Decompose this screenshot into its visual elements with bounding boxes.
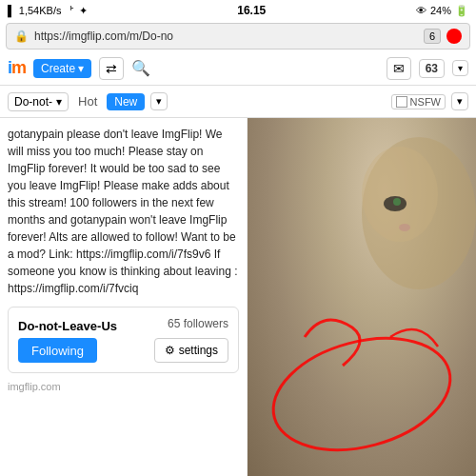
sort-dropdown-arrow: ▾ bbox=[156, 95, 162, 108]
time-display: 16.15 bbox=[237, 4, 266, 17]
logo: im bbox=[8, 58, 26, 78]
url-text: https://imgflip.com/m/Do-no bbox=[34, 30, 418, 43]
create-button[interactable]: Create ▾ bbox=[33, 59, 91, 78]
settings-label: settings bbox=[179, 344, 218, 357]
nsfw-filter[interactable]: NSFW bbox=[391, 94, 446, 109]
main-content: gotanypain please don't leave ImgFlip! W… bbox=[0, 118, 476, 476]
annotation-overlay bbox=[248, 118, 476, 476]
create-label: Create bbox=[41, 62, 75, 75]
stream-name: Do-not- bbox=[14, 95, 52, 109]
status-bar: ▌ 1,54KB/s ᅡ ✦ 16.15 👁 24% 🔋 bbox=[0, 0, 476, 21]
right-panel bbox=[248, 118, 476, 476]
svg-point-3 bbox=[393, 198, 401, 206]
wifi-icon: ✦ bbox=[79, 5, 88, 17]
sort-dropdown[interactable]: ▾ bbox=[150, 92, 168, 110]
mail-button[interactable]: ✉ bbox=[387, 57, 411, 80]
logo-m: m bbox=[11, 58, 26, 77]
eye-icon: 👁 bbox=[416, 5, 426, 16]
svg-point-2 bbox=[384, 196, 407, 211]
status-left: ▌ 1,54KB/s ᅡ ✦ bbox=[8, 5, 88, 17]
imgflip-footer: imgflip.com bbox=[8, 381, 239, 392]
settings-gear-icon: ⚙ bbox=[165, 344, 175, 357]
left-panel: gotanypain please don't leave ImgFlip! W… bbox=[0, 118, 248, 476]
status-right: 👁 24% 🔋 bbox=[416, 5, 468, 17]
tab-count[interactable]: 6 bbox=[424, 29, 441, 44]
followers-count: 65 followers bbox=[168, 317, 228, 330]
post-text: gotanypain please don't leave ImgFlip! W… bbox=[8, 126, 239, 297]
nav-dropdown-button[interactable]: ▾ bbox=[452, 60, 468, 76]
hot-button[interactable]: Hot bbox=[74, 92, 101, 110]
top-nav: im Create ▾ ⇄ 🔍 ✉ 63 ▾ bbox=[0, 51, 476, 86]
nsfw-dropdown[interactable]: ▾ bbox=[451, 92, 468, 110]
shuffle-button[interactable]: ⇄ bbox=[99, 57, 124, 80]
signal-text: 1,54KB/s ᅡ bbox=[19, 5, 75, 16]
svg-point-1 bbox=[362, 147, 438, 242]
following-button[interactable]: Following bbox=[18, 338, 97, 363]
nsfw-dropdown-arrow: ▾ bbox=[457, 95, 463, 108]
nsfw-text: NSFW bbox=[410, 96, 441, 108]
svg-point-0 bbox=[362, 137, 476, 289]
lock-icon: 🔒 bbox=[14, 30, 29, 43]
community-card: Do-not-Leave-Us 65 followers Following ⚙… bbox=[8, 307, 239, 373]
battery-icon: 🔋 bbox=[455, 5, 468, 17]
svg-point-4 bbox=[399, 224, 410, 231]
address-bar[interactable]: 🔒 https://imgflip.com/m/Do-no 6 bbox=[6, 23, 470, 50]
card-buttons: Following ⚙ settings bbox=[18, 338, 228, 363]
cat-background bbox=[248, 118, 476, 476]
nsfw-checkbox[interactable] bbox=[396, 96, 407, 108]
search-button[interactable]: 🔍 bbox=[131, 59, 150, 77]
notification-badge[interactable]: 63 bbox=[419, 59, 445, 78]
battery-text: 24% bbox=[430, 5, 451, 16]
stream-dropdown-arrow: ▾ bbox=[56, 95, 62, 109]
signal-icon: ▌ bbox=[8, 5, 15, 16]
create-dropdown-arrow: ▾ bbox=[78, 62, 84, 75]
new-button[interactable]: New bbox=[107, 93, 145, 110]
settings-button[interactable]: ⚙ settings bbox=[154, 338, 228, 363]
filter-bar: Do-not- ▾ Hot New ▾ NSFW ▾ bbox=[0, 86, 476, 118]
svg-point-5 bbox=[261, 320, 463, 467]
record-button[interactable] bbox=[446, 29, 462, 44]
stream-selector[interactable]: Do-not- ▾ bbox=[8, 92, 69, 111]
community-name: Do-not-Leave-Us bbox=[18, 319, 117, 333]
